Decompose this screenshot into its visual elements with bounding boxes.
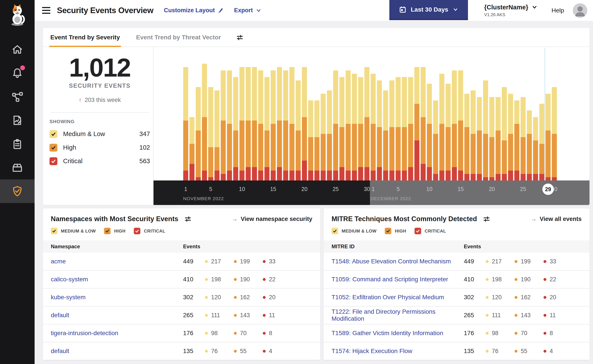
bar-day-3[interactable]: [383, 90, 388, 181]
help-link[interactable]: Help: [551, 7, 564, 14]
bar-day-21[interactable]: [496, 97, 500, 181]
mitre-id-link[interactable]: T1059: Command and Scripting Interpreter: [332, 276, 448, 283]
bar-day-9[interactable]: [233, 77, 238, 181]
bar-day-18[interactable]: [289, 67, 294, 181]
view-namespace-security-link[interactable]: → View namespace security: [232, 215, 312, 222]
bar-day-27[interactable]: [346, 71, 351, 181]
customize-layout-button[interactable]: Customize Layout: [164, 7, 224, 14]
bar-day-13[interactable]: [258, 71, 263, 181]
bar-day-26[interactable]: [340, 77, 345, 181]
bar-day-25[interactable]: [520, 97, 526, 181]
bar-day-4[interactable]: [389, 80, 394, 181]
chip-high[interactable]: HIGH: [385, 228, 406, 234]
chip-critical[interactable]: CRITICAL: [414, 228, 446, 234]
sidebar-item-threat-defense[interactable]: [0, 179, 35, 203]
bar-day-2[interactable]: [377, 80, 382, 181]
bar-day-7[interactable]: [221, 71, 226, 181]
chip-high[interactable]: HIGH: [104, 228, 126, 234]
mitre-id-link[interactable]: T1222: File and Directory Permissions Mo…: [332, 308, 436, 322]
checkbox-medium-low[interactable]: [49, 130, 57, 138]
chip-critical[interactable]: CRITICAL: [134, 228, 165, 234]
bar-day-29[interactable]: [546, 94, 551, 181]
bar-day-24[interactable]: [514, 100, 520, 181]
bar-day-27[interactable]: [533, 117, 538, 181]
bar-day-28[interactable]: [352, 74, 357, 181]
hamburger-menu-icon[interactable]: [42, 7, 50, 14]
bar-day-6[interactable]: [402, 77, 407, 181]
bar-day-14[interactable]: [452, 71, 457, 181]
bar-day-17[interactable]: [283, 71, 288, 181]
bar-day-28[interactable]: [539, 104, 544, 181]
bar-day-15[interactable]: [458, 71, 463, 181]
bar-day-5[interactable]: [396, 77, 401, 181]
bar-day-7[interactable]: [408, 77, 413, 181]
bar-day-24[interactable]: [327, 90, 332, 181]
bar-day-18[interactable]: [477, 97, 482, 181]
bar-day-4[interactable]: [202, 64, 207, 181]
calico-cat-logo[interactable]: [7, 4, 28, 26]
bar-day-13[interactable]: [446, 84, 451, 181]
namespace-link[interactable]: default: [51, 348, 69, 354]
mitre-id-link[interactable]: T1589: Gather Victim Identity Informatio…: [332, 330, 443, 337]
bar-day-14[interactable]: [265, 77, 270, 181]
cluster-selector[interactable]: {ClusterName} V1.26 AKS: [484, 4, 537, 17]
bar-day-22[interactable]: [502, 87, 507, 181]
filter-sliders-icon[interactable]: [236, 33, 244, 41]
bar-day-30[interactable]: [364, 67, 369, 181]
bar-day-23[interactable]: [508, 94, 513, 181]
bar-day-3[interactable]: [196, 87, 201, 181]
checkbox-critical[interactable]: [49, 157, 57, 165]
mitre-id-link[interactable]: T1548: Abuse Elevation Control Mechanism: [332, 258, 451, 265]
bar-day-11[interactable]: [433, 100, 438, 181]
filter-sliders-icon[interactable]: [483, 215, 491, 223]
bar-day-5[interactable]: [208, 87, 213, 181]
namespace-link[interactable]: tigera-intrusion-detection: [51, 330, 118, 337]
tab-event-trend-by-threat-vector[interactable]: Event Trend by Threat Vector: [135, 28, 222, 47]
bar-day-10[interactable]: [427, 84, 432, 181]
sidebar-item-compliance[interactable]: [0, 132, 35, 156]
bar-day-1[interactable]: [183, 67, 188, 181]
sidebar-item-policies[interactable]: [0, 109, 35, 132]
bar-day-22[interactable]: [314, 100, 320, 181]
bar-day-15[interactable]: [271, 71, 276, 181]
bar-day-29[interactable]: [358, 77, 363, 181]
bar-day-12[interactable]: [252, 67, 257, 181]
trend-chart[interactable]: 151015202530NOVEMBER 2022151015202530DEC…: [153, 47, 589, 205]
bar-day-10[interactable]: [239, 67, 244, 181]
bar-day-30[interactable]: [552, 87, 557, 181]
sidebar-item-home[interactable]: [0, 38, 35, 61]
namespace-link[interactable]: calico-system: [51, 276, 88, 283]
bar-day-9[interactable]: [421, 67, 426, 181]
bar-day-21[interactable]: [308, 100, 313, 181]
mitre-id-link[interactable]: T1574: Hijack Execution Flow: [332, 348, 412, 354]
bar-day-6[interactable]: [214, 90, 220, 181]
filter-sliders-icon[interactable]: [184, 215, 192, 223]
tab-event-trend-by-severity[interactable]: Event Trend by Severity: [49, 28, 121, 47]
bar-day-17[interactable]: [471, 90, 476, 181]
sidebar-item-notifications[interactable]: [0, 61, 35, 85]
bar-day-19[interactable]: [296, 80, 301, 181]
bar-day-1[interactable]: [371, 74, 376, 181]
namespace-link[interactable]: kube-system: [51, 294, 86, 300]
bar-day-2[interactable]: [189, 117, 194, 181]
bar-day-23[interactable]: [320, 94, 326, 181]
namespace-link[interactable]: acme: [51, 258, 66, 265]
checkbox-high[interactable]: [49, 144, 57, 152]
chip-medium-low[interactable]: MEDIUM & LOW: [332, 228, 376, 234]
bar-day-8[interactable]: [414, 67, 419, 181]
bar-day-20[interactable]: [302, 67, 307, 181]
bar-day-11[interactable]: [246, 67, 251, 181]
user-avatar[interactable]: [573, 3, 587, 18]
sidebar-item-workloads[interactable]: [0, 156, 35, 179]
bar-day-26[interactable]: [527, 110, 532, 181]
bar-day-19[interactable]: [483, 80, 488, 181]
view-all-events-link[interactable]: → View all events: [530, 215, 582, 222]
bar-day-8[interactable]: [227, 71, 232, 181]
bar-day-16[interactable]: [464, 94, 469, 181]
bar-day-25[interactable]: [333, 71, 338, 181]
mitre-id-link[interactable]: T1052: Exfiltration Over Physical Medium: [332, 294, 444, 300]
namespace-link[interactable]: default: [51, 312, 69, 318]
sidebar-item-service-graph[interactable]: [0, 85, 35, 109]
bar-day-16[interactable]: [277, 67, 282, 181]
bar-day-12[interactable]: [439, 74, 444, 181]
